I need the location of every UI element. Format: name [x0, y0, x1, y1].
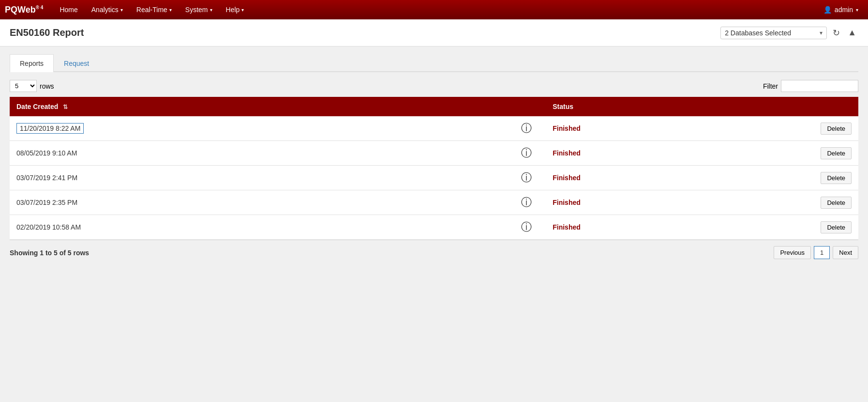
db-selector-text: 2 Databases Selected — [725, 29, 791, 37]
table-controls: 5 10 25 50 100 rows Filter — [10, 80, 858, 92]
rows-per-page-select[interactable]: 5 10 25 50 100 — [10, 80, 37, 92]
action-cell: Delete — [800, 215, 858, 240]
info-button[interactable]: ⓘ — [521, 121, 532, 136]
rows-label: rows — [40, 82, 54, 90]
refresh-button[interactable]: ↻ — [831, 26, 842, 40]
date-cell: 02/20/2019 10:58 AM — [10, 215, 507, 240]
system-caret-icon: ▾ — [210, 7, 212, 13]
table-row: 02/20/2019 10:58 AMⓘFinishedDelete — [10, 215, 858, 240]
brand-version: ® 4 — [36, 5, 44, 10]
status-badge: Finished — [553, 124, 581, 132]
nav-label-help: Help — [226, 6, 240, 14]
date-highlighted: 11/20/2019 8:22 AM — [16, 123, 84, 134]
pagination-controls: Previous 1 Next — [774, 246, 858, 259]
status-cell: Finished — [546, 166, 800, 190]
nav-items: Home Analytics ▾ Real-Time ▾ System ▾ He… — [53, 0, 818, 19]
col-actions — [800, 97, 858, 116]
tab-request[interactable]: Request — [54, 54, 99, 72]
col-date-created[interactable]: Date Created ⇅ — [10, 97, 507, 116]
user-menu[interactable]: 👤 admin ▾ — [819, 6, 863, 14]
filter-label: Filter — [763, 82, 778, 90]
info-button[interactable]: ⓘ — [521, 195, 532, 210]
next-button[interactable]: Next — [833, 246, 858, 259]
col-status: Status — [546, 97, 800, 116]
pagination-summary: Showing 1 to 5 of 5 rows — [10, 249, 89, 257]
table-row: 03/07/2019 2:41 PMⓘFinishedDelete — [10, 166, 858, 190]
tab-bar: Reports Request — [10, 54, 858, 72]
action-cell: Delete — [800, 190, 858, 215]
nav-label-home: Home — [60, 6, 77, 14]
action-cell: Delete — [800, 166, 858, 190]
current-page: 1 — [814, 246, 830, 259]
tab-reports[interactable]: Reports — [10, 54, 54, 72]
realtime-caret-icon: ▾ — [169, 7, 172, 13]
header-right: 2 Databases Selected ▾ ↻ ▲ — [720, 26, 858, 40]
info-cell: ⓘ — [507, 116, 546, 141]
rows-control: 5 10 25 50 100 rows — [10, 80, 54, 92]
date-cell: 08/05/2019 9:10 AM — [10, 141, 507, 166]
tab-request-label: Request — [64, 60, 89, 67]
status-cell: Finished — [546, 116, 800, 141]
col-info — [507, 97, 546, 116]
nav-item-analytics[interactable]: Analytics ▾ — [85, 0, 130, 19]
help-caret-icon: ▾ — [241, 7, 244, 13]
action-cell: Delete — [800, 141, 858, 166]
info-cell: ⓘ — [507, 166, 546, 190]
table-row: 11/20/2019 8:22 AMⓘFinishedDelete — [10, 116, 858, 141]
status-badge: Finished — [553, 149, 581, 157]
info-cell: ⓘ — [507, 190, 546, 215]
user-icon: 👤 — [823, 6, 832, 14]
table-row: 03/07/2019 2:35 PMⓘFinishedDelete — [10, 190, 858, 215]
nav-item-realtime[interactable]: Real-Time ▾ — [130, 0, 179, 19]
filter-input[interactable] — [781, 80, 858, 92]
status-cell: Finished — [546, 141, 800, 166]
brand-name: PQWeb — [5, 5, 36, 15]
table-row: 08/05/2019 9:10 AMⓘFinishedDelete — [10, 141, 858, 166]
delete-button[interactable]: Delete — [821, 147, 852, 159]
status-badge: Finished — [553, 223, 581, 231]
date-cell: 03/07/2019 2:35 PM — [10, 190, 507, 215]
info-cell: ⓘ — [507, 215, 546, 240]
page-title: EN50160 Report — [10, 27, 84, 38]
page-header: EN50160 Report 2 Databases Selected ▾ ↻ … — [0, 19, 868, 46]
nav-label-realtime: Real-Time — [136, 6, 167, 14]
date-cell: 11/20/2019 8:22 AM — [10, 116, 507, 141]
info-cell: ⓘ — [507, 141, 546, 166]
db-selector-caret-icon: ▾ — [820, 30, 823, 36]
info-button[interactable]: ⓘ — [521, 220, 532, 234]
db-selector[interactable]: 2 Databases Selected ▾ — [720, 27, 827, 39]
collapse-button[interactable]: ▲ — [846, 26, 858, 40]
content-area: Reports Request 5 10 25 50 100 rows Filt… — [0, 46, 868, 269]
filter-control: Filter — [763, 80, 858, 92]
nav-label-analytics: Analytics — [91, 6, 119, 14]
info-button[interactable]: ⓘ — [521, 170, 532, 185]
nav-item-system[interactable]: System ▾ — [179, 0, 219, 19]
info-button[interactable]: ⓘ — [521, 146, 532, 160]
nav-label-system: System — [185, 6, 208, 14]
delete-button[interactable]: Delete — [821, 221, 852, 233]
col-date-label: Date Created — [16, 103, 58, 110]
previous-button[interactable]: Previous — [774, 246, 811, 259]
action-cell: Delete — [800, 116, 858, 141]
analytics-caret-icon: ▾ — [120, 7, 123, 13]
reports-table: Date Created ⇅ Status 11/20/2019 8:22 AM… — [10, 97, 858, 240]
user-label: admin — [835, 6, 853, 14]
status-badge: Finished — [553, 199, 581, 206]
delete-button[interactable]: Delete — [821, 123, 852, 135]
status-cell: Finished — [546, 215, 800, 240]
col-status-label: Status — [553, 103, 573, 110]
status-cell: Finished — [546, 190, 800, 215]
date-cell: 03/07/2019 2:41 PM — [10, 166, 507, 190]
brand: PQWeb® 4 — [5, 5, 43, 15]
delete-button[interactable]: Delete — [821, 197, 852, 209]
navbar: PQWeb® 4 Home Analytics ▾ Real-Time ▾ Sy… — [0, 0, 868, 19]
status-badge: Finished — [553, 174, 581, 182]
nav-item-help[interactable]: Help ▾ — [219, 0, 251, 19]
sort-icon: ⇅ — [63, 104, 68, 110]
pagination-row: Showing 1 to 5 of 5 rows Previous 1 Next — [10, 240, 858, 261]
user-caret-icon: ▾ — [856, 7, 858, 13]
nav-item-home[interactable]: Home — [53, 0, 84, 19]
tab-reports-label: Reports — [20, 60, 44, 67]
delete-button[interactable]: Delete — [821, 172, 852, 184]
